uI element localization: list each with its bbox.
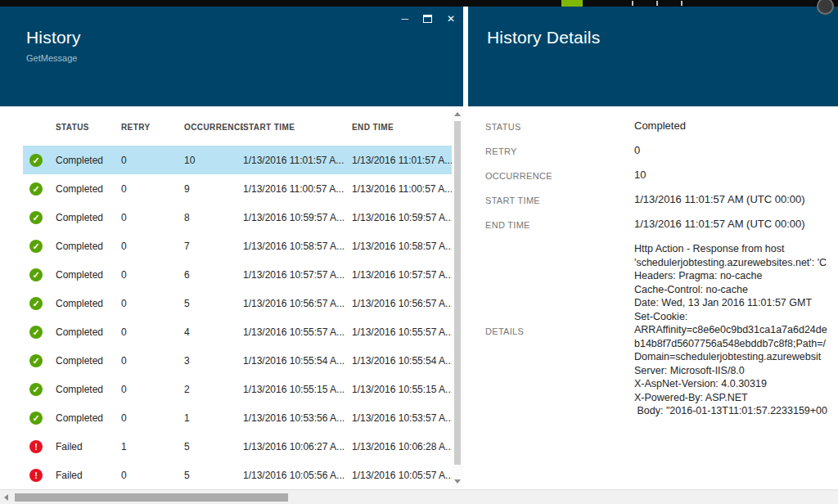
detail-field-value: Completed bbox=[634, 119, 838, 132]
history-details-blade: History Details STATUS Completed RETRY 0… bbox=[468, 7, 838, 489]
top-nav-separator bbox=[632, 1, 633, 6]
maximize-button[interactable] bbox=[423, 15, 432, 23]
cell-occurrence: 1 bbox=[184, 412, 243, 424]
table-row[interactable]: ✓ Completed 0 5 1/13/2016 10:56:57 A... … bbox=[23, 289, 463, 317]
table-row[interactable]: ✓ Completed 0 3 1/13/2016 10:55:54 A... … bbox=[23, 346, 463, 375]
table-row[interactable]: ✓ Completed 0 7 1/13/2016 10:58:57 A... … bbox=[23, 232, 463, 260]
detail-field-label: RETRY bbox=[485, 144, 634, 156]
top-nav-separator bbox=[681, 1, 683, 6]
detail-fields: STATUS Completed RETRY 0 OCCURRENCE 10 S… bbox=[485, 119, 838, 230]
vertical-scrollbar[interactable] bbox=[452, 108, 463, 488]
cell-status: Completed bbox=[56, 155, 121, 166]
success-icon: ✓ bbox=[29, 383, 43, 396]
cell-start-time: 1/13/2016 11:00:57 A... bbox=[243, 183, 352, 195]
blade-subtitle: GetMessage bbox=[26, 53, 77, 63]
cell-occurrence: 6 bbox=[184, 269, 243, 281]
cell-status: Failed bbox=[56, 470, 121, 481]
cell-occurrence: 2 bbox=[184, 384, 243, 395]
cell-occurrence: 5 bbox=[184, 298, 243, 309]
cell-start-time: 1/13/2016 10:58:57 A... bbox=[243, 241, 352, 252]
details-blade-body: STATUS Completed RETRY 0 OCCURRENCE 10 S… bbox=[468, 106, 838, 489]
scroll-left-icon[interactable] bbox=[4, 494, 8, 501]
detail-field-label: END TIME bbox=[485, 218, 634, 230]
table-header-row: STATUSRETRYOCCURRENCESTART TIMEEND TIME bbox=[56, 123, 463, 146]
cell-end-time: 1/13/2016 10:55:57 A... bbox=[352, 326, 463, 338]
cell-retry: 0 bbox=[121, 355, 184, 367]
table-row[interactable]: ✓ Completed 0 9 1/13/2016 11:00:57 A... … bbox=[23, 174, 463, 203]
table-row[interactable]: ✓ Completed 0 4 1/13/2016 10:55:57 A... … bbox=[23, 317, 463, 346]
maximize-icon bbox=[423, 15, 432, 23]
history-blade-header: ─ ✕ History GetMessage bbox=[0, 7, 463, 106]
cell-status: Completed bbox=[56, 241, 121, 252]
minimize-button[interactable]: ─ bbox=[401, 13, 408, 25]
success-icon: ✓ bbox=[29, 297, 43, 310]
table-row[interactable]: ✓ Completed 0 6 1/13/2016 10:57:57 A... … bbox=[23, 260, 463, 289]
success-icon: ✓ bbox=[29, 326, 43, 339]
history-table: STATUSRETRYOCCURRENCESTART TIMEEND TIME … bbox=[0, 106, 463, 489]
detail-field-value: 1/13/2016 11:01:57 AM (UTC 00:00) bbox=[634, 218, 838, 230]
detail-field-value: 1/13/2016 11:01:57 AM (UTC 00:00) bbox=[634, 193, 838, 205]
cell-retry: 0 bbox=[121, 269, 184, 281]
error-icon: ! bbox=[29, 469, 43, 482]
cell-occurrence: 7 bbox=[184, 241, 243, 252]
horizontal-scrollbar-thumb[interactable] bbox=[15, 493, 288, 502]
cell-occurrence: 9 bbox=[184, 183, 243, 195]
close-button[interactable]: ✕ bbox=[447, 13, 455, 25]
success-icon: ✓ bbox=[29, 154, 43, 167]
cell-start-time: 1/13/2016 10:55:54 A... bbox=[243, 355, 352, 367]
cell-start-time: 1/13/2016 10:59:57 A... bbox=[243, 212, 352, 223]
cell-start-time: 1/13/2016 10:05:56 A... bbox=[243, 470, 352, 481]
status-icon-cell: ! bbox=[23, 469, 56, 482]
cell-end-time: 1/13/2016 10:55:54 A... bbox=[352, 355, 463, 367]
close-icon: ✕ bbox=[447, 13, 455, 25]
detail-field: RETRY 0 bbox=[485, 144, 838, 156]
success-icon: ✓ bbox=[29, 268, 43, 281]
cell-start-time: 1/13/2016 10:06:27 A... bbox=[243, 441, 352, 452]
detail-field: STATUS Completed bbox=[485, 119, 838, 132]
cell-retry: 0 bbox=[121, 155, 184, 166]
history-blade: ─ ✕ History GetMessage STATUSRETRYOCCURR… bbox=[0, 7, 463, 489]
detail-field-label: START TIME bbox=[485, 193, 634, 205]
column-header: RETRY bbox=[121, 123, 184, 132]
blade-title: History bbox=[26, 28, 81, 47]
top-nav-separator bbox=[656, 1, 658, 6]
cell-retry: 0 bbox=[121, 326, 184, 338]
details-line: X-AspNet-Version: 4.0.30319 bbox=[634, 377, 838, 391]
cell-retry: 0 bbox=[121, 212, 184, 223]
history-blade-body: STATUSRETRYOCCURRENCESTART TIMEEND TIME … bbox=[0, 106, 463, 489]
cell-status: Completed bbox=[56, 412, 121, 424]
table-row[interactable]: ! Failed 0 5 1/13/2016 10:05:56 A... 1/1… bbox=[23, 461, 463, 489]
minimize-icon: ─ bbox=[401, 13, 408, 25]
column-header: STATUS bbox=[56, 123, 121, 132]
cell-status: Completed bbox=[56, 355, 121, 367]
cell-start-time: 1/13/2016 10:56:57 A... bbox=[243, 298, 352, 309]
scroll-down-icon[interactable] bbox=[454, 479, 461, 484]
details-line: X-Powered-By: ASP.NET bbox=[634, 391, 838, 405]
cell-occurrence: 5 bbox=[184, 441, 243, 452]
table-row[interactable]: ✓ Completed 0 8 1/13/2016 10:59:57 A... … bbox=[23, 203, 463, 232]
vertical-scrollbar-thumb[interactable] bbox=[454, 121, 461, 465]
cell-status: Completed bbox=[56, 384, 121, 395]
table-row[interactable]: ✓ Completed 0 2 1/13/2016 10:55:15 A... … bbox=[23, 375, 463, 403]
details-line: ARRAffinity=c8e6e0c9bd31ca1a7a6d24de bbox=[634, 323, 838, 337]
cell-occurrence: 8 bbox=[184, 212, 243, 223]
details-label: DETAILS bbox=[485, 324, 634, 336]
cell-status: Completed bbox=[56, 183, 121, 195]
status-icon-cell: ✓ bbox=[23, 154, 56, 167]
blade-title: History Details bbox=[487, 28, 600, 47]
cell-retry: 0 bbox=[121, 183, 184, 195]
cell-start-time: 1/13/2016 11:01:57 A... bbox=[243, 155, 352, 166]
cell-start-time: 1/13/2016 10:55:57 A... bbox=[243, 326, 352, 338]
success-icon: ✓ bbox=[29, 412, 43, 425]
success-icon: ✓ bbox=[29, 211, 43, 224]
table-row[interactable]: ✓ Completed 0 1 1/13/2016 10:53:56 A... … bbox=[23, 403, 463, 432]
table-row[interactable]: ! Failed 1 5 1/13/2016 10:06:27 A... 1/1… bbox=[23, 432, 463, 461]
cell-end-time: 1/13/2016 10:57:57 A... bbox=[352, 269, 463, 281]
details-section: DETAILS Http Action - Response from host… bbox=[485, 242, 838, 418]
cell-status: Completed bbox=[56, 326, 121, 338]
cell-retry: 0 bbox=[121, 384, 184, 395]
table-row[interactable]: ✓ Completed 0 10 1/13/2016 11:01:57 A...… bbox=[23, 146, 463, 174]
scroll-up-icon[interactable] bbox=[454, 112, 461, 116]
table-body: ✓ Completed 0 10 1/13/2016 11:01:57 A...… bbox=[0, 146, 463, 489]
horizontal-scrollbar[interactable] bbox=[0, 489, 838, 504]
